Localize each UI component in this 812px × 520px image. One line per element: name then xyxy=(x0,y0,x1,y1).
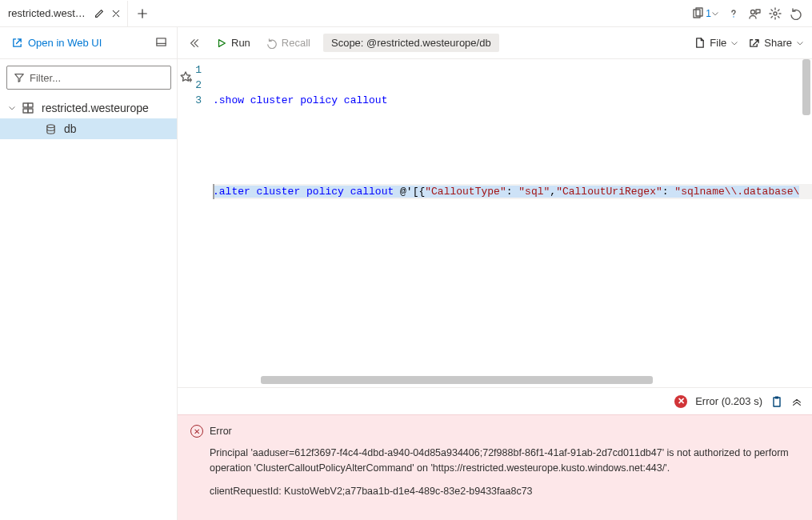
scope-value: @restricted.westeurope/db xyxy=(366,37,491,49)
code-content[interactable]: .show cluster policy callout .alter clus… xyxy=(213,59,812,387)
copy-button[interactable]: 1 xyxy=(691,7,719,20)
chevron-down-icon xyxy=(730,39,738,47)
scope-label: Scope: xyxy=(331,37,363,49)
scrollbar-thumb[interactable] xyxy=(261,376,653,384)
status-text: Error (0.203 s) xyxy=(695,395,762,407)
code-token: .alter xyxy=(213,186,250,198)
svg-rect-9 xyxy=(23,109,28,113)
error-icon: ✕ xyxy=(190,425,203,438)
code-token: "sql" xyxy=(518,186,550,198)
code-token: : xyxy=(506,186,519,198)
external-link-icon xyxy=(11,37,23,49)
cluster-icon xyxy=(22,102,34,114)
file-label: File xyxy=(710,37,726,49)
recall-button[interactable]: Recall xyxy=(263,34,314,51)
feedback-button[interactable] xyxy=(748,7,761,20)
filter-icon xyxy=(14,72,25,83)
chevron-double-up-icon[interactable] xyxy=(791,396,802,407)
sidebar: Open in Web UI restricted.westeurope xyxy=(0,27,178,520)
tree-cluster-row[interactable]: restricted.westeurope xyxy=(0,98,177,118)
filter-input[interactable] xyxy=(30,72,164,84)
code-token: "CalloutUriRegex" xyxy=(556,186,662,198)
title-tab-bar: restricted.westeur... 1 xyxy=(0,0,812,27)
cluster-label: restricted.westeurope xyxy=(38,102,149,114)
svg-rect-12 xyxy=(774,398,780,406)
main-area: Open in Web UI restricted.westeurope xyxy=(0,27,812,520)
undo-icon xyxy=(790,7,802,20)
right-pane: Run Recall Scope: @restricted.westeurope… xyxy=(178,27,812,520)
undo-button[interactable] xyxy=(790,7,802,20)
chevron-down-icon xyxy=(796,39,804,47)
file-menu[interactable]: File xyxy=(694,37,738,49)
code-token: "sqlname\\.database\ xyxy=(674,186,799,198)
svg-point-2 xyxy=(733,16,734,17)
help-button[interactable] xyxy=(727,7,740,20)
recall-label: Recall xyxy=(282,37,310,49)
clipboard-icon[interactable] xyxy=(770,395,783,408)
line-number: 1 xyxy=(178,62,202,78)
copy-icon xyxy=(691,7,704,20)
error-request-id: clientRequestId: KustoWebV2;a77baa1b-d1e… xyxy=(210,484,799,499)
svg-point-4 xyxy=(774,12,777,15)
svg-rect-10 xyxy=(28,109,33,113)
code-token: cluster policy callout xyxy=(244,94,387,106)
command-bar: Run Recall Scope: @restricted.westeurope… xyxy=(178,27,812,59)
open-in-web-button[interactable]: Open in Web UI xyxy=(6,34,106,52)
share-label: Share xyxy=(764,37,792,49)
code-token: .show xyxy=(213,94,244,106)
tree-db-row[interactable]: db xyxy=(0,118,177,139)
person-feedback-icon xyxy=(748,7,761,20)
code-token: "CalloutType" xyxy=(425,186,506,198)
horizontal-scrollbar[interactable] xyxy=(261,376,796,384)
svg-point-11 xyxy=(46,124,54,127)
share-icon xyxy=(748,37,760,49)
results-header: ✕ Error (0.203 s) xyxy=(178,387,812,414)
new-tab-button[interactable] xyxy=(130,1,155,26)
share-menu[interactable]: Share xyxy=(748,37,804,49)
tab-title: restricted.westeur... xyxy=(8,7,87,19)
connection-tree: restricted.westeurope db xyxy=(0,96,177,141)
line-gutter: 1 2 3 xyxy=(178,59,213,387)
plus-icon xyxy=(137,8,148,19)
query-tab[interactable]: restricted.westeur... xyxy=(0,1,128,26)
code-token: , xyxy=(550,186,556,198)
svg-point-3 xyxy=(751,10,755,14)
gear-icon xyxy=(769,7,782,20)
scope-selector[interactable]: Scope: @restricted.westeurope/db xyxy=(323,34,499,52)
svg-rect-7 xyxy=(23,103,28,107)
database-icon xyxy=(45,123,57,135)
collapse-left-button[interactable] xyxy=(186,35,203,51)
recall-icon xyxy=(266,38,278,49)
top-right-actions: 1 xyxy=(691,7,807,20)
settings-button[interactable] xyxy=(769,7,782,20)
line-number: 3 xyxy=(178,93,202,108)
svg-rect-8 xyxy=(28,103,33,107)
error-status-icon: ✕ xyxy=(674,395,687,408)
svg-rect-13 xyxy=(775,396,778,398)
code-editor[interactable]: 1 2 3 .show cluster policy callout .alte… xyxy=(178,59,812,387)
copy-count: 1 xyxy=(706,8,711,19)
svg-rect-5 xyxy=(157,38,166,45)
line-number: 2 xyxy=(178,78,202,93)
db-label: db xyxy=(61,122,77,135)
vertical-scrollbar-thumb[interactable] xyxy=(802,59,810,115)
run-label: Run xyxy=(231,37,250,49)
chevron-double-left-icon xyxy=(189,38,200,49)
code-token: @'[{ xyxy=(400,186,425,198)
code-token: : xyxy=(662,186,675,198)
code-token: cluster policy callout xyxy=(250,186,400,198)
close-icon[interactable] xyxy=(111,9,121,18)
panel-toggle-button[interactable] xyxy=(152,33,170,54)
edit-icon[interactable] xyxy=(94,8,105,19)
chevron-down-icon xyxy=(8,104,16,112)
help-icon xyxy=(727,7,740,20)
error-panel: ✕ Error Principal 'aaduser=612f3697-f4c4… xyxy=(178,414,812,520)
error-title: Error xyxy=(210,426,232,437)
cursor xyxy=(213,186,214,198)
file-icon xyxy=(694,37,706,49)
error-message: Principal 'aaduser=612f3697-f4c4-4dbd-a9… xyxy=(210,446,799,476)
play-icon xyxy=(216,38,227,49)
filter-input-wrap[interactable] xyxy=(6,66,171,90)
run-button[interactable]: Run xyxy=(213,34,254,51)
chevron-down-icon xyxy=(711,10,719,18)
